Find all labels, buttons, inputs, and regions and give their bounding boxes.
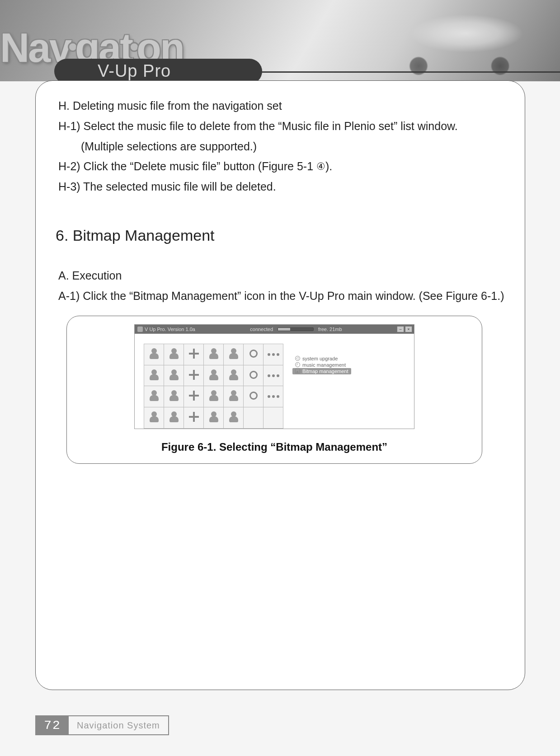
footer-label: Navigation System	[69, 716, 168, 734]
plus-icon	[189, 370, 199, 380]
person-icon	[229, 369, 238, 380]
person-icon	[169, 411, 179, 422]
grid-cell[interactable]	[224, 365, 244, 386]
dots-icon	[268, 352, 279, 357]
circle-icon	[249, 392, 258, 400]
person-icon	[150, 411, 159, 422]
para-a-title: A. Execution	[58, 267, 505, 285]
grid-cell[interactable]	[204, 344, 224, 365]
person-icon	[229, 411, 238, 422]
person-icon	[169, 369, 179, 380]
grid-cell[interactable]	[244, 386, 264, 407]
menu-bitmap-management[interactable]: Bitmap management	[292, 368, 351, 374]
grid-cell[interactable]	[264, 386, 283, 407]
menu-system-upgrade[interactable]: system upgrade	[292, 355, 351, 362]
titlebar-left: V Up Pro. Version 1.0a	[136, 327, 195, 332]
menu-label: Bitmap management	[302, 369, 348, 374]
app-title: V Up Pro. Version 1.0a	[145, 327, 195, 332]
para-h2: H-2) Click the “Delete music file” butto…	[58, 158, 505, 175]
para-h2-post: ).	[325, 160, 332, 173]
person-icon	[150, 369, 159, 380]
person-icon	[169, 348, 179, 359]
person-icon	[209, 348, 218, 359]
status-label: connected	[250, 327, 273, 332]
content-frame: H. Deleting music file from the navigati…	[35, 80, 525, 690]
para-h-title: H. Deleting music file from the navigati…	[58, 97, 505, 115]
grid-cell[interactable]	[224, 344, 244, 365]
page-footer: 72 Navigation System	[35, 715, 169, 735]
person-icon	[229, 390, 238, 401]
grid-cell[interactable]	[184, 386, 204, 407]
plus-icon	[189, 349, 199, 359]
section-pill-label: V-Up Pro	[54, 59, 262, 81]
grid-cell[interactable]	[144, 344, 164, 365]
grid-cell[interactable]	[204, 365, 224, 386]
person-icon	[169, 390, 179, 401]
main-menu: system upgrade music management Bitmap m…	[292, 355, 351, 429]
grid-cell[interactable]	[164, 344, 184, 365]
grid-cell[interactable]	[224, 407, 244, 429]
figure-caption: Figure 6-1. Selecting “Bitmap Management…	[75, 441, 474, 453]
app-icon	[137, 327, 143, 332]
section-pill: V-Up Pro	[54, 59, 262, 81]
para-a1: A-1) Click the “Bitmap Management” icon …	[58, 287, 505, 305]
header-divider	[253, 71, 560, 73]
picture-icon	[295, 369, 300, 373]
para-h1-note: (Multiple selections are supported.)	[81, 138, 505, 155]
grid-cell[interactable]	[184, 344, 204, 365]
menu-label: music management	[302, 362, 346, 368]
menu-label: system upgrade	[302, 356, 338, 361]
app-window: V Up Pro. Version 1.0a connected free. 2…	[134, 324, 414, 429]
plus-icon	[189, 391, 199, 401]
grid-cell[interactable]	[164, 365, 184, 386]
app-titlebar: V Up Pro. Version 1.0a connected free. 2…	[135, 325, 414, 334]
dots-icon	[268, 394, 279, 399]
plus-icon	[189, 412, 199, 422]
section-heading: 6. Bitmap Management	[56, 224, 505, 247]
grid-cell[interactable]	[244, 344, 264, 365]
circle-icon	[249, 371, 258, 379]
titlebar-right: – ×	[397, 326, 413, 332]
grid-cell[interactable]	[184, 407, 204, 429]
grid-cell[interactable]	[264, 365, 283, 386]
grid-cell[interactable]	[264, 344, 283, 365]
person-icon	[150, 390, 159, 401]
para-h1: H-1) Select the music file to delete fro…	[58, 117, 505, 135]
grid-cell[interactable]	[184, 365, 204, 386]
free-space-label: free. 21mb	[318, 327, 342, 332]
minimize-button[interactable]: –	[397, 326, 404, 332]
person-icon	[150, 348, 159, 359]
grid-cell[interactable]	[224, 386, 244, 407]
close-button[interactable]: ×	[405, 326, 412, 332]
person-icon	[229, 348, 238, 359]
menu-music-management[interactable]: music management	[292, 362, 351, 368]
page-number: 72	[36, 716, 69, 734]
person-icon	[209, 411, 218, 422]
grid-cell[interactable]	[164, 386, 184, 407]
grid-cell[interactable]	[244, 365, 264, 386]
header-car-image	[352, 5, 542, 77]
titlebar-center: connected free. 21mb	[195, 327, 397, 332]
grid-cell[interactable]	[144, 365, 164, 386]
grid-cell[interactable]	[204, 407, 224, 429]
circled-4: ④	[316, 159, 325, 174]
person-icon	[209, 369, 218, 380]
para-h2-pre: H-2) Click the “Delete music file” butto…	[58, 160, 316, 173]
circle-icon	[249, 350, 258, 358]
grid-cell[interactable]	[144, 407, 164, 429]
app-body: system upgrade music management Bitmap m…	[135, 334, 414, 429]
person-icon	[209, 390, 218, 401]
music-note-icon	[295, 362, 300, 367]
gear-icon	[295, 356, 300, 361]
figure-box: V Up Pro. Version 1.0a connected free. 2…	[66, 316, 482, 464]
grid-cell[interactable]	[144, 386, 164, 407]
grid-cell[interactable]	[164, 407, 184, 429]
page-header: Navgaton V-Up Pro	[0, 0, 560, 81]
icon-grid	[144, 344, 283, 429]
body-text: H. Deleting music file from the navigati…	[56, 97, 505, 305]
grid-cell[interactable]	[204, 386, 224, 407]
grid-cell[interactable]	[244, 407, 264, 429]
dots-icon	[268, 373, 279, 378]
grid-cell[interactable]	[264, 407, 283, 429]
status-progress	[278, 327, 314, 331]
